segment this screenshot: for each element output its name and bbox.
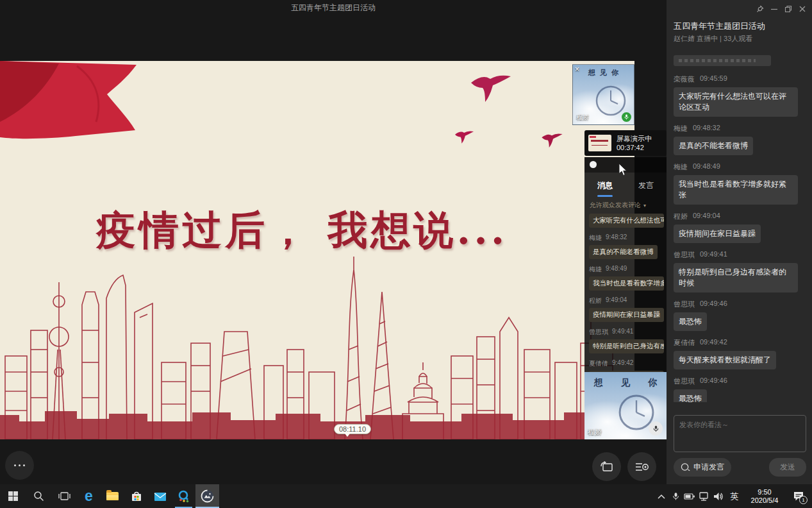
message-author: 梅婕 [674, 162, 688, 172]
message-author: 梅婕 [674, 124, 688, 133]
chat-message: 曾思琪 09:49:41 特别是听到自己身边有感染者的时候 [674, 250, 809, 292]
mail-icon [154, 491, 167, 502]
message-author: 梅婕 [589, 233, 602, 242]
hidden-icons-chevron[interactable] [654, 484, 668, 508]
sharing-timer: 00:37:42 [617, 144, 652, 151]
switch-layout-button[interactable] [592, 452, 621, 481]
network-icon[interactable] [697, 484, 711, 508]
list-eye-icon [635, 462, 649, 472]
message-time: 9:49:41 [612, 328, 633, 337]
action-center-button[interactable]: 1 [785, 484, 812, 508]
screen-sharing-status: 屏幕演示中 00:37:42 [584, 130, 667, 156]
tab-speak[interactable]: 发言 [638, 180, 654, 191]
stream-status: 赵仁婧 直播中 | 33人观看 [674, 34, 752, 44]
taskbar-app-microsoft-store[interactable] [124, 484, 148, 508]
message-bubble: 最恐怖 [674, 389, 707, 402]
bird-graphic [542, 133, 563, 148]
message-time: 09:49:42 [700, 338, 727, 348]
stream-title: 五四青年节主题团日活动 [0, 3, 667, 13]
message-author-row: 梅婕 09:48:32 [674, 124, 809, 133]
toggle-chat-list-button[interactable] [627, 452, 656, 481]
video-tile-small[interactable]: 想见你 × 程娇 [572, 64, 634, 125]
message-author: 曾思琪 [589, 328, 608, 337]
minimize-icon[interactable] [770, 5, 778, 13]
message-author-row: 梅婕 9:48:32 [589, 233, 667, 242]
sharing-label: 屏幕演示中 [617, 135, 652, 142]
message-bubble: 每天醒来就看数据就清醒了 [674, 351, 776, 369]
taskbar-app-mail[interactable] [148, 484, 172, 508]
chat-message: 栾薇薇 09:45:59 大家听完有什么想法也可以在评论区互动 [674, 74, 809, 117]
message-author-row: 程娇 09:49:04 [674, 212, 809, 221]
message-time: 9:49:42 [612, 359, 633, 368]
message-author-row: 曾思琪 09:49:41 [674, 250, 809, 260]
taskbar-app-file-explorer[interactable] [101, 484, 124, 508]
message-bubble: 是真的不能老看微博 [589, 245, 658, 259]
chat-message: 梅婕 9:48:32 是真的不能老看微博 [589, 233, 667, 259]
taskbar-app-qq[interactable] [172, 484, 195, 508]
chat-message: 大家听完有什么想法也可以在评论区互动 [589, 214, 667, 228]
message-author: 梅婕 [589, 265, 602, 274]
request-to-speak-label: 申请发言 [693, 462, 724, 473]
restore-icon[interactable] [784, 5, 792, 13]
windows-logo-icon [8, 491, 18, 501]
message-author: 程娇 [674, 212, 688, 221]
video-time-tooltip: 08:11.10 [334, 424, 371, 434]
message-time: 09:49:46 [700, 377, 727, 386]
system-tray: 英 9:50 2020/5/4 1 [654, 484, 812, 508]
taskbar-search-button[interactable] [26, 484, 51, 508]
live-chat-sidebar: 五四青年节主题团日活动 赵仁婧 直播中 | 33人观看 栾薇薇 09:45:59… [667, 0, 812, 484]
task-view-button[interactable] [51, 484, 77, 508]
message-author: 曾思琪 [674, 377, 695, 386]
pin-icon[interactable] [756, 5, 764, 13]
taskbar-time: 9:50 [744, 488, 785, 496]
message-author-row: 梅婕 09:48:49 [674, 162, 809, 172]
bird-graphic [471, 74, 512, 103]
chat-message: 夏倩倩 9:49:42 每天醒来就看数据就清醒了 [589, 359, 667, 372]
tab-messages[interactable]: 消息 [597, 180, 613, 191]
message-author-row: 程娇 9:49:04 [589, 296, 667, 305]
red-flag-graphic [0, 61, 147, 144]
message-bubble: 特别是听到自己身边有感染者的时候 [674, 263, 798, 292]
sidebar-actions: 申请发言 发送 [674, 458, 806, 477]
taskbar-clock[interactable]: 9:50 2020/5/4 [744, 488, 785, 505]
request-to-speak-button[interactable]: 申请发言 [674, 458, 731, 477]
message-author-row: 曾思琪 09:49:46 [674, 377, 809, 386]
input-language-indicator[interactable]: 英 [725, 491, 744, 502]
qq-app-icon [177, 489, 190, 503]
video-tile-speaker[interactable]: 想 见 你 程娇 [584, 372, 667, 439]
start-button[interactable] [0, 484, 26, 508]
more-options-button[interactable] [5, 451, 34, 480]
comment-input[interactable] [674, 415, 806, 452]
presentation-slide: 疫情过后， 我想说... [0, 61, 634, 439]
message-author-row: 梅婕 9:48:49 [589, 265, 667, 274]
close-icon[interactable]: × [575, 65, 579, 73]
notification-badge: 1 [799, 496, 808, 504]
send-button[interactable]: 发送 [769, 458, 806, 477]
close-icon[interactable] [799, 5, 806, 13]
screen: 五四青年节主题团日活动 疫情过后， 我想说... [0, 0, 812, 508]
comment-composer [674, 415, 806, 452]
taskbar-app-edge[interactable]: e [77, 484, 101, 508]
microphone-tray-icon[interactable] [668, 484, 683, 508]
more-options-icon [14, 464, 25, 466]
message-time: 09:45:59 [700, 74, 727, 84]
chat-message: 程娇 09:49:04 疫情期间在家日益暴躁 [674, 212, 809, 243]
message-bubble: 我当时也是看着数字增多就好紧张 [589, 276, 664, 291]
message-time: 09:49:46 [700, 300, 727, 309]
message-author-row: 曾思琪 9:49:41 [589, 328, 667, 337]
comment-permission-dropdown[interactable]: 允许观众发表评论 ▾ [590, 201, 646, 210]
message-author: 程娇 [589, 296, 602, 305]
chat-message: 梅婕 9:48:49 我当时也是看着数字增多就好紧张 [589, 265, 667, 291]
battery-icon[interactable] [683, 484, 697, 508]
message-time: 9:49:04 [606, 296, 627, 305]
message-author: 夏倩倩 [589, 359, 608, 368]
volume-icon[interactable] [711, 484, 725, 508]
message-bubble: 大家听完有什么想法也可以在评论区互动 [589, 214, 664, 228]
search-icon [33, 491, 44, 502]
comment-permission-label: 允许观众发表评论 [590, 201, 641, 210]
message-bubble: 大家听完有什么想法也可以在评论区互动 [674, 87, 798, 117]
chat-message: 程娇 9:49:04 疫情期间在家日益暴躁 [589, 296, 667, 322]
microphone-on-icon [622, 112, 631, 122]
message-bubble: 是真的不能老看微博 [674, 137, 753, 155]
taskbar-app-meeting-active[interactable] [195, 484, 219, 508]
